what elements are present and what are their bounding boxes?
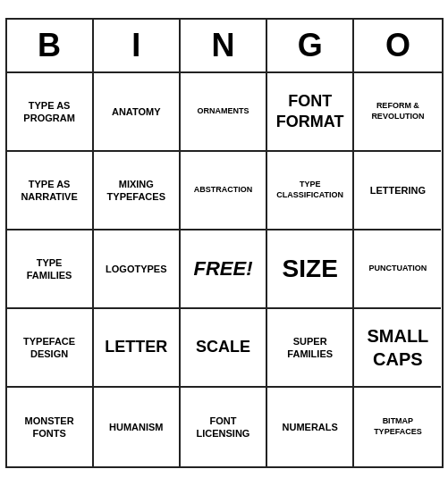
bingo-cell-4: REFORM & REVOLUTION (354, 73, 441, 152)
cell-text-9: LETTERING (370, 184, 426, 197)
bingo-cell-17: SCALE (181, 309, 267, 388)
header-letter-i: I (94, 20, 181, 71)
cell-text-17: SCALE (196, 337, 250, 357)
bingo-cell-10: TYPE FAMILIES (7, 230, 94, 309)
cell-text-24: BITMAP TYPEFACES (374, 416, 422, 437)
bingo-cell-18: SUPER FAMILIES (267, 309, 354, 388)
cell-text-16: LETTER (105, 337, 167, 357)
bingo-cell-11: LOGOTYPES (94, 230, 181, 309)
bingo-cell-1: ANATOMY (94, 73, 181, 152)
bingo-cell-21: HUMANISM (94, 388, 181, 466)
cell-text-19: SMALL CAPS (367, 324, 428, 371)
bingo-grid: TYPE AS PROGRAMANATOMYORNAMENTSFONT FORM… (7, 73, 442, 466)
bingo-cell-5: TYPE AS NARRATIVE (7, 152, 94, 230)
cell-text-6: MIXING TYPEFACES (107, 178, 165, 204)
cell-text-20: MONSTER FONTS (25, 415, 74, 440)
cell-text-3: FONT FORMAT (276, 91, 344, 133)
cell-text-15: TYPEFACE DESIGN (23, 335, 75, 361)
bingo-cell-6: MIXING TYPEFACES (94, 152, 181, 230)
cell-text-21: HUMANISM (109, 421, 164, 433)
bingo-cell-16: LETTER (94, 309, 181, 388)
bingo-cell-14: PUNCTUATION (354, 230, 441, 309)
cell-text-1: ANATOMY (112, 105, 161, 118)
cell-text-5: TYPE AS NARRATIVE (21, 178, 77, 204)
cell-text-2: ORNAMENTS (197, 106, 249, 117)
bingo-cell-12: Free! (181, 230, 267, 309)
cell-text-10: TYPE FAMILIES (27, 256, 72, 282)
bingo-cell-8: TYPE CLASSIFICATION (267, 152, 354, 230)
bingo-cell-24: BITMAP TYPEFACES (354, 388, 441, 466)
cell-text-13: SIZE (283, 253, 338, 285)
cell-text-11: LOGOTYPES (106, 263, 166, 275)
bingo-cell-0: TYPE AS PROGRAM (7, 73, 94, 152)
cell-text-7: ABSTRACTION (194, 185, 253, 196)
bingo-card: BINGO TYPE AS PROGRAMANATOMYORNAMENTSFON… (5, 18, 444, 468)
cell-text-8: TYPE CLASSIFICATION (276, 180, 343, 200)
bingo-cell-22: FONT LICENSING (181, 388, 267, 466)
cell-text-4: REFORM & REVOLUTION (371, 101, 424, 122)
bingo-cell-9: LETTERING (354, 152, 441, 230)
header-letter-g: G (267, 20, 354, 71)
bingo-cell-2: ORNAMENTS (181, 73, 267, 152)
bingo-cell-3: FONT FORMAT (267, 73, 354, 152)
header-letter-n: N (181, 20, 267, 71)
bingo-cell-23: NUMERALS (267, 388, 354, 466)
header-letter-o: O (354, 20, 441, 71)
cell-text-18: SUPER FAMILIES (287, 335, 333, 361)
bingo-cell-20: MONSTER FONTS (7, 388, 94, 466)
header-letter-b: B (7, 20, 94, 71)
bingo-cell-19: SMALL CAPS (354, 309, 441, 388)
bingo-cell-13: SIZE (267, 230, 354, 309)
bingo-cell-7: ABSTRACTION (181, 152, 267, 230)
cell-text-0: TYPE AS PROGRAM (23, 99, 74, 125)
cell-text-22: FONT LICENSING (197, 415, 250, 440)
bingo-header: BINGO (7, 20, 442, 73)
cell-text-23: NUMERALS (283, 421, 338, 433)
cell-text-14: PUNCTUATION (368, 264, 427, 274)
cell-text-12: Free! (193, 256, 252, 282)
bingo-cell-15: TYPEFACE DESIGN (7, 309, 94, 388)
